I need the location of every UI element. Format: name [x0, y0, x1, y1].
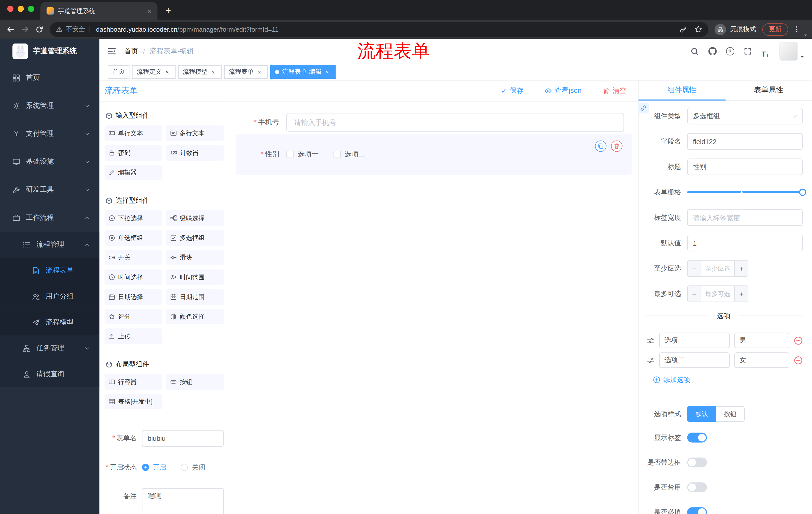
help-icon[interactable]: ? [723, 45, 736, 58]
palette-item-select[interactable]: 下拉选择 [105, 211, 162, 226]
tag-close-icon[interactable]: × [256, 68, 263, 76]
forward-button[interactable] [18, 22, 32, 37]
tab-component-props[interactable]: 组件属性 [638, 80, 725, 100]
palette-item-switch[interactable]: 开关 [105, 250, 162, 265]
github-icon[interactable] [706, 45, 719, 58]
hamburger-icon[interactable] [99, 39, 124, 64]
key-icon[interactable] [679, 25, 687, 33]
delete-component-button[interactable] [611, 140, 622, 152]
bookmark-star-icon[interactable] [694, 25, 702, 33]
remove-option-icon[interactable] [794, 356, 803, 364]
tab-close-icon[interactable]: × [145, 7, 153, 15]
selected-component-gender[interactable]: 性别 选项一 选项二 [236, 134, 632, 175]
remove-option-icon[interactable] [794, 336, 803, 345]
tag-close-icon[interactable]: × [210, 68, 217, 76]
sidebar-item-dev-tools[interactable]: 研发工具 [0, 176, 99, 204]
clear-button[interactable]: 清空 [602, 86, 627, 95]
palette-item-time-picker[interactable]: 时间选择 [105, 269, 162, 285]
tag-process-definition[interactable]: 流程定义× [132, 65, 176, 79]
tag-process-model[interactable]: 流程模型× [178, 65, 222, 79]
font-size-icon[interactable]: TT [759, 45, 772, 58]
option2-value-input[interactable] [734, 352, 789, 368]
browser-update-button[interactable]: 更新 [762, 23, 788, 35]
window-zoom-button[interactable] [28, 6, 34, 12]
window-minimize-button[interactable] [18, 6, 24, 12]
stepper-increase-button[interactable]: + [734, 286, 748, 301]
gender-option1-checkbox[interactable]: 选项一 [286, 150, 319, 159]
sidebar-item-payment-management[interactable]: ¥ 支付管理 [0, 120, 99, 147]
view-json-button[interactable]: 查看json [545, 86, 582, 95]
fullscreen-icon[interactable] [741, 45, 754, 58]
drag-handle-icon[interactable] [647, 336, 655, 344]
palette-item-upload[interactable]: 上传 [105, 328, 162, 344]
toolbar-caret-icon[interactable] [803, 33, 808, 39]
label-width-input[interactable] [687, 209, 803, 226]
save-button[interactable]: ✓保存 [501, 86, 524, 95]
palette-item-radio-group[interactable]: 单选框组 [105, 230, 162, 246]
drag-handle-icon[interactable] [647, 356, 655, 364]
disabled-switch[interactable] [687, 482, 707, 492]
tag-process-form-edit[interactable]: 流程表单-编辑× [270, 65, 336, 79]
breadcrumb-home[interactable]: 首页 [124, 47, 139, 56]
tag-close-icon[interactable]: × [324, 68, 331, 76]
min-select-value[interactable]: 至少应选 [701, 261, 734, 276]
status-on-radio[interactable]: 开启 [142, 459, 166, 476]
sidebar-item-system-management[interactable]: 系统管理 [0, 92, 99, 120]
avatar-caret-icon[interactable] [800, 54, 805, 60]
link-icon[interactable] [638, 103, 649, 113]
palette-item-counter[interactable]: 123计数器 [166, 145, 224, 161]
field-name-input[interactable] [687, 133, 803, 150]
sidebar-logo[interactable]: 芋道管理系统 [0, 39, 99, 64]
palette-item-rate[interactable]: 评分 [105, 309, 162, 324]
palette-item-button[interactable]: 按钮 [166, 374, 224, 390]
style-default-button[interactable]: 默认 [687, 406, 716, 422]
remark-textarea[interactable]: 嘿嘿 [142, 488, 224, 514]
browser-tab[interactable]: 芋道管理系统 × [40, 2, 157, 20]
stepper-decrease-button[interactable]: − [688, 261, 701, 276]
search-icon[interactable] [688, 45, 701, 58]
tag-process-form[interactable]: 流程表单× [224, 65, 267, 79]
palette-item-single-line-text[interactable]: 单行文本 [105, 126, 162, 141]
add-option-button[interactable]: 添加选项 [653, 375, 803, 384]
palette-item-row-container[interactable]: 行容器 [105, 374, 162, 390]
palette-item-editor[interactable]: 编辑器 [105, 165, 162, 180]
component-type-select[interactable]: 多选框组 [687, 108, 803, 125]
browser-menu-button[interactable] [790, 23, 803, 35]
palette-item-password[interactable]: 密码 [105, 145, 162, 161]
palette-item-time-range[interactable]: 时间范围 [166, 269, 224, 285]
sidebar-item-process-model[interactable]: 流程模型 [0, 309, 99, 335]
palette-item-cascader[interactable]: 级联选择 [166, 211, 224, 226]
user-avatar[interactable] [779, 42, 798, 61]
reload-button[interactable] [32, 22, 47, 37]
sidebar-item-infrastructure[interactable]: 基础设施 [0, 147, 99, 175]
new-tab-button[interactable]: + [162, 3, 175, 17]
window-close-button[interactable] [7, 6, 13, 12]
tab-form-props[interactable]: 表单属性 [725, 80, 812, 100]
gender-option2-checkbox[interactable]: 选项二 [333, 150, 366, 159]
address-bar[interactable]: 不安全 dashboard.yudao.iocoder.cn/bpm/manag… [50, 22, 708, 37]
phone-input[interactable] [286, 113, 624, 132]
option1-value-input[interactable] [734, 333, 789, 348]
sidebar-item-process-management[interactable]: 流程管理 [0, 232, 99, 258]
sidebar-item-leave-query[interactable]: 请假查询 [0, 361, 99, 387]
phone-form-item[interactable]: 手机号 [236, 113, 632, 132]
status-off-radio[interactable]: 关闭 [181, 459, 205, 476]
show-label-switch[interactable] [687, 433, 707, 442]
required-switch[interactable] [687, 507, 707, 514]
tag-close-icon[interactable]: × [164, 68, 171, 76]
back-button[interactable] [3, 22, 18, 37]
grid-slider[interactable] [687, 191, 803, 193]
option1-label-input[interactable] [659, 333, 730, 348]
title-input[interactable] [687, 159, 803, 175]
border-switch[interactable] [687, 457, 707, 467]
style-button-button[interactable]: 按钮 [716, 406, 745, 422]
palette-item-date-range[interactable]: 日期范围 [166, 289, 224, 305]
palette-item-table[interactable]: 表格[开发中] [105, 394, 162, 409]
max-select-value[interactable]: 最多可选 [701, 286, 734, 301]
slider-handle[interactable] [799, 189, 806, 196]
copy-component-button[interactable] [595, 140, 606, 152]
palette-item-color-picker[interactable]: 颜色选择 [166, 309, 224, 324]
tag-home[interactable]: 首页 [108, 65, 129, 79]
default-value-input[interactable] [687, 235, 803, 251]
sidebar-item-task-management[interactable]: 任务管理 [0, 335, 99, 361]
